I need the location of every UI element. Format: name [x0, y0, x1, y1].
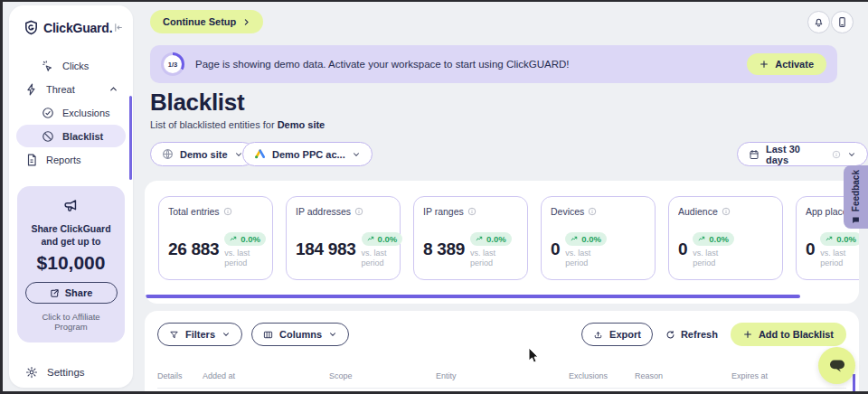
- settings-label: Settings: [47, 367, 85, 378]
- sidebar-item-exclusions[interactable]: Exclusions: [16, 101, 126, 124]
- share-button[interactable]: Share: [25, 282, 118, 304]
- date-range-value: Last 30 days: [766, 144, 826, 165]
- ppc-account-value: Demo PPC ac...: [272, 149, 345, 160]
- window-frame-left: [0, 0, 3, 394]
- table-controls: Filters Columns Export: [157, 323, 846, 346]
- notifications-button[interactable]: [807, 11, 830, 33]
- sidebar-item-label: Exclusions: [62, 108, 110, 118]
- trend-up-icon: [698, 235, 706, 243]
- trend-up-icon: [571, 235, 579, 243]
- shield-logo-icon: [24, 20, 39, 35]
- stat-label: Total entries: [168, 206, 220, 217]
- sidebar-item-clicks[interactable]: Clicks: [16, 54, 126, 77]
- stat-card: Devices00.0%vs. last period: [541, 196, 656, 280]
- stat-value: 0: [551, 239, 560, 259]
- stat-label: IP addresses: [296, 206, 351, 217]
- docs-button[interactable]: [831, 11, 854, 33]
- stat-delta-value: 0.0%: [241, 234, 260, 244]
- page-title: Blacklist: [150, 89, 244, 117]
- stat-delta: 0.0%vs. last period: [693, 230, 734, 269]
- continue-setup-button[interactable]: Continue Setup: [150, 10, 263, 33]
- sidebar-item-label: Reports: [46, 155, 81, 165]
- page-vertical-scrollbar[interactable]: [853, 374, 855, 392]
- stat-delta-value: 0.0%: [581, 234, 601, 244]
- stat-delta: 0.0%vs. last period: [362, 230, 391, 269]
- collapse-sidebar-icon[interactable]: [112, 22, 124, 33]
- plus-icon: [743, 330, 752, 339]
- funnel-icon: [169, 330, 179, 340]
- chevron-down-icon: [328, 330, 337, 339]
- columns-label: Columns: [279, 329, 322, 340]
- chevron-down-icon: [352, 150, 361, 159]
- affiliate-promo-card: Share ClickGuard and get up to $10,000 S…: [17, 186, 125, 342]
- stat-value: 26 883: [168, 239, 219, 259]
- trend-up-icon: [476, 235, 484, 243]
- info-circle-icon: [588, 207, 597, 216]
- setup-progress-ring: 1/3: [161, 52, 184, 76]
- chevron-down-icon: [847, 150, 856, 159]
- ppc-account-selector[interactable]: Demo PPC ac...: [242, 142, 373, 166]
- stats-horizontal-scrollbar[interactable]: [146, 295, 800, 298]
- gear-icon: [25, 366, 38, 379]
- stat-vs-label: vs. last period: [362, 249, 391, 269]
- sidebar-item-reports[interactable]: Reports: [16, 148, 126, 171]
- table-header-row: Details Added at Scope Entity Exclusions…: [157, 371, 846, 389]
- table-actions: Export Refresh Add to Blacklist: [581, 323, 846, 346]
- export-button[interactable]: Export: [581, 323, 653, 346]
- column-header[interactable]: Added at: [203, 371, 329, 380]
- column-header[interactable]: Scope: [329, 371, 436, 380]
- column-header[interactable]: Details: [157, 371, 203, 380]
- stat-vs-label: vs. last period: [224, 249, 263, 269]
- feedback-label: Feedback: [851, 170, 861, 211]
- share-button-label: Share: [65, 287, 93, 298]
- columns-button[interactable]: Columns: [251, 323, 349, 346]
- sidebar-item-blacklist[interactable]: Blacklist: [16, 125, 126, 147]
- stat-vs-label: vs. last period: [565, 249, 607, 269]
- logo-text: ClickGuard.: [43, 21, 112, 35]
- cursor-click-icon: [42, 60, 54, 72]
- stat-label: IP ranges: [423, 206, 464, 217]
- speech-bubble-icon: [828, 359, 846, 373]
- stat-card: Total entries26 8830.0%vs. last period: [158, 196, 273, 280]
- stat-delta-value: 0.0%: [486, 234, 506, 244]
- chevron-right-icon: [242, 18, 250, 26]
- window-frame-top: [0, 0, 868, 2]
- filters-button[interactable]: Filters: [157, 323, 242, 346]
- continue-setup-label: Continue Setup: [163, 16, 236, 27]
- feedback-tab[interactable]: Feedback: [844, 165, 868, 229]
- stat-value: 0: [678, 239, 687, 259]
- filters-label: Filters: [185, 329, 215, 340]
- chevron-up-icon: [108, 84, 118, 94]
- document-icon: [25, 154, 38, 166]
- upload-icon: [593, 330, 603, 340]
- date-range-selector[interactable]: Last 30 days: [737, 142, 868, 166]
- sidebar-item-threat[interactable]: Threat: [16, 78, 126, 100]
- stat-card: IP ranges8 3890.0%vs. last period: [413, 196, 528, 280]
- stat-delta-value: 0.0%: [709, 234, 729, 244]
- column-header[interactable]: Reason: [635, 371, 731, 380]
- trend-up-icon: [230, 235, 238, 243]
- column-header[interactable]: Exclusions: [569, 371, 635, 380]
- trend-up-icon: [826, 235, 834, 243]
- sidebar-item-settings[interactable]: Settings: [25, 366, 133, 379]
- stat-vs-label: vs. last period: [820, 249, 859, 269]
- sidebar-scrollbar[interactable]: [129, 96, 132, 180]
- promo-heading: Share ClickGuard and get up to: [24, 222, 118, 248]
- add-to-blacklist-button[interactable]: Add to Blacklist: [731, 323, 846, 346]
- site-selector[interactable]: Demo site: [150, 142, 255, 166]
- feedback-icon: [852, 216, 860, 224]
- stat-delta: 0.0%vs. last period: [820, 230, 859, 269]
- calendar-icon: [749, 149, 760, 160]
- refresh-label: Refresh: [681, 329, 718, 340]
- refresh-button[interactable]: Refresh: [665, 329, 718, 340]
- affiliate-link[interactable]: Click to Affiliate Program: [24, 312, 118, 332]
- bell-icon: [813, 16, 825, 28]
- setup-progress-label: 1/3: [164, 55, 182, 73]
- stat-delta-value: 0.0%: [378, 234, 398, 244]
- activate-button[interactable]: Activate: [747, 53, 826, 75]
- column-header[interactable]: Entity: [436, 371, 569, 380]
- chat-widget-button[interactable]: [818, 347, 855, 384]
- stat-delta: 0.0%vs. last period: [470, 230, 512, 269]
- stat-delta: 0.0%vs. last period: [224, 230, 263, 269]
- stat-label: Devices: [551, 206, 584, 217]
